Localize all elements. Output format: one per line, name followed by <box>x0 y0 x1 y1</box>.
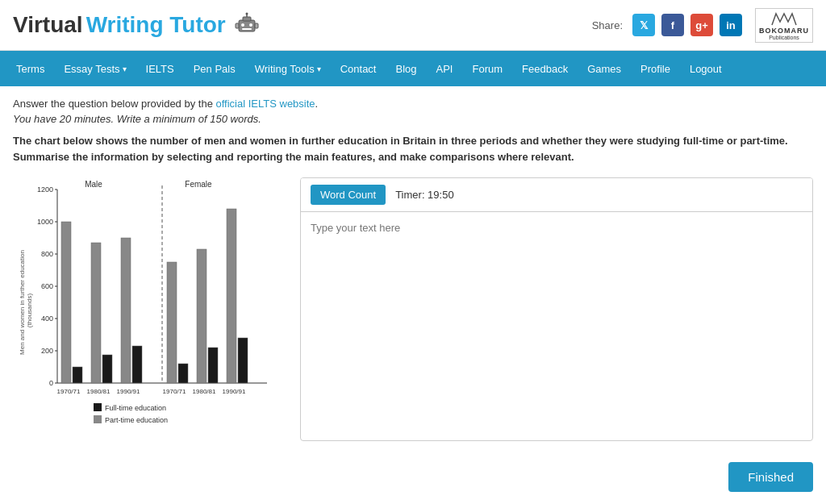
nav-profile[interactable]: Profile <box>631 51 680 86</box>
svg-rect-7 <box>236 23 239 28</box>
nav-api[interactable]: API <box>427 51 463 86</box>
facebook-button[interactable]: f <box>661 14 684 36</box>
bar-female-1980-fulltime <box>197 249 206 383</box>
svg-text:1990/91: 1990/91 <box>117 388 140 395</box>
legend-parttime-label: Part-time education <box>105 416 168 424</box>
nav-feedback[interactable]: Feedback <box>512 51 578 86</box>
chart-container: Men and women in further education (thou… <box>13 177 287 441</box>
footer-area: Finished <box>0 452 826 502</box>
editor-toolbar: Word Count Timer: 19:50 <box>301 178 812 212</box>
legend-fulltime-label: Full-time education <box>105 404 166 412</box>
content-area: Answer the question below provided by th… <box>0 86 826 452</box>
bar-female-1990-parttime <box>238 338 248 383</box>
bar-female-1980-parttime <box>208 348 218 383</box>
nav-forum[interactable]: Forum <box>462 51 512 86</box>
logo-black-text: Virtual <box>13 12 83 38</box>
nav-blog[interactable]: Blog <box>386 51 426 86</box>
svg-text:400: 400 <box>41 314 53 323</box>
bokomaru-sub: Publications <box>769 35 799 40</box>
writing-tools-arrow: ▾ <box>317 65 321 73</box>
svg-text:600: 600 <box>41 282 53 290</box>
bar-female-1970-parttime <box>178 364 188 383</box>
svg-rect-8 <box>255 23 258 28</box>
essay-tests-arrow: ▾ <box>123 65 127 73</box>
googleplus-button[interactable]: g+ <box>690 14 713 36</box>
logo-blue-text: Writing Tutor <box>86 12 226 38</box>
svg-rect-1 <box>243 17 251 21</box>
task-prompt: The chart below shows the number of men … <box>13 133 813 165</box>
word-count-button[interactable]: Word Count <box>311 185 386 205</box>
nav-contact[interactable]: Contact <box>331 51 386 86</box>
svg-text:1980/81: 1980/81 <box>193 388 216 395</box>
bar-male-1980-parttime <box>102 355 112 383</box>
svg-text:1990/91: 1990/91 <box>223 388 246 395</box>
svg-text:Men and women in further educa: Men and women in further education <box>19 250 26 355</box>
bar-male-1970-fulltime <box>61 222 71 383</box>
svg-text:1980/81: 1980/81 <box>87 388 111 395</box>
bar-female-1990-fulltime <box>227 209 236 383</box>
header: Virtual Writing Tutor Share: 𝕏 f g+ in B… <box>0 0 826 51</box>
timer-display: Timer: 19:50 <box>395 189 454 201</box>
svg-text:200: 200 <box>41 347 53 355</box>
bar-chart: Men and women in further education (thou… <box>13 177 287 427</box>
svg-text:Female: Female <box>185 180 212 189</box>
bar-female-1970-fulltime <box>167 262 177 383</box>
bar-male-1980-fulltime <box>91 243 101 383</box>
twitter-button[interactable]: 𝕏 <box>632 14 655 36</box>
svg-text:1970/71: 1970/71 <box>163 388 186 395</box>
main-nav: Terms Essay Tests ▾ IELTS Pen Pals Writi… <box>0 51 826 86</box>
nav-terms[interactable]: Terms <box>6 51 54 86</box>
nav-essay-tests[interactable]: Essay Tests ▾ <box>54 51 136 86</box>
bar-male-1970-parttime <box>73 367 82 383</box>
svg-text:Male: Male <box>85 180 102 189</box>
nav-ielts[interactable]: IELTS <box>136 51 184 86</box>
svg-rect-4 <box>242 28 252 30</box>
nav-writing-tools[interactable]: Writing Tools ▾ <box>245 51 331 86</box>
svg-text:1970/71: 1970/71 <box>57 388 81 395</box>
svg-point-2 <box>241 23 244 27</box>
bokomaru-name: BOKOMARU <box>759 27 809 35</box>
instruction-line2: You have 20 minutes. Write a minimum of … <box>13 113 813 125</box>
robot-icon <box>232 10 261 40</box>
nav-pen-pals[interactable]: Pen Pals <box>184 51 245 86</box>
instruction1-before: Answer the question below provided by th… <box>13 98 216 110</box>
legend-fulltime-swatch <box>94 403 102 411</box>
logo: Virtual Writing Tutor <box>13 10 261 40</box>
bar-male-1990-parttime <box>132 346 142 383</box>
svg-text:800: 800 <box>41 250 53 258</box>
ielts-link[interactable]: official IELTS website <box>216 98 315 110</box>
nav-games[interactable]: Games <box>578 51 631 86</box>
svg-text:(thousands): (thousands) <box>26 294 33 328</box>
legend-parttime-swatch <box>94 415 102 423</box>
svg-text:0: 0 <box>49 379 53 387</box>
main-area: Men and women in further education (thou… <box>13 177 813 441</box>
linkedin-button[interactable]: in <box>720 14 742 36</box>
svg-point-3 <box>249 23 252 27</box>
nav-logout[interactable]: Logout <box>680 51 732 86</box>
header-right: Share: 𝕏 f g+ in BOKOMARU Publications <box>592 8 813 43</box>
bar-male-1990-fulltime <box>121 238 131 383</box>
svg-text:1200: 1200 <box>37 185 53 194</box>
bokomaru-icon <box>768 10 800 27</box>
svg-point-6 <box>245 13 248 15</box>
finished-button[interactable]: Finished <box>728 462 813 492</box>
svg-text:1000: 1000 <box>37 218 53 226</box>
instruction1-after: . <box>315 98 319 110</box>
instruction-line1: Answer the question below provided by th… <box>13 98 813 110</box>
essay-textarea[interactable] <box>301 212 812 438</box>
share-label: Share: <box>592 19 623 31</box>
editor-panel: Word Count Timer: 19:50 <box>300 177 813 441</box>
bokomaru-logo: BOKOMARU Publications <box>755 8 813 43</box>
